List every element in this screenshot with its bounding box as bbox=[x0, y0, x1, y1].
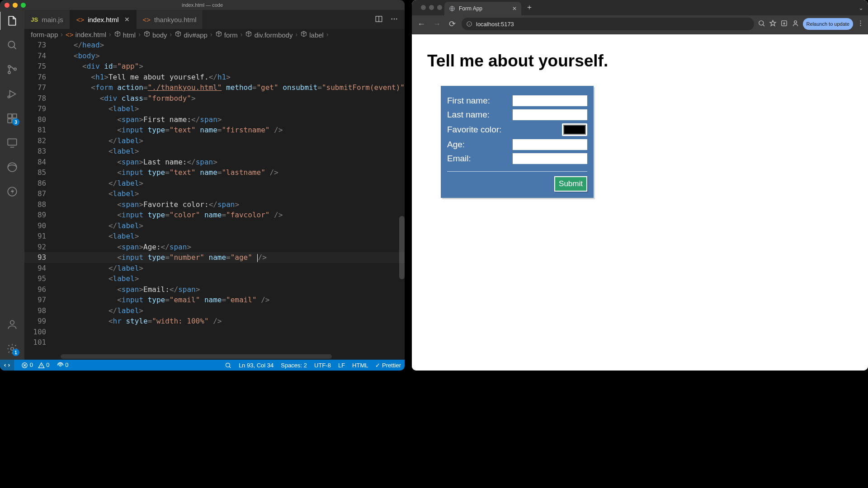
editor-tab-thankyou-html[interactable]: <>thankyou.html bbox=[137, 10, 203, 29]
settings-badge: 1 bbox=[12, 349, 19, 356]
source-control-icon[interactable] bbox=[6, 63, 19, 76]
editor-tab-index-html[interactable]: <>index.html✕ bbox=[70, 10, 137, 29]
svg-point-28 bbox=[860, 25, 861, 26]
activity-bar: 3 1 bbox=[0, 10, 24, 360]
close-window-icon[interactable] bbox=[5, 3, 9, 8]
vertical-scrollbar[interactable] bbox=[399, 216, 405, 279]
settings-gear-icon[interactable]: 1 bbox=[6, 343, 19, 355]
svg-rect-6 bbox=[8, 119, 12, 123]
formatter[interactable]: ✓ Prettier bbox=[375, 362, 401, 369]
bookmark-icon[interactable] bbox=[769, 19, 777, 28]
svg-point-26 bbox=[860, 20, 861, 21]
relaunch-button[interactable]: Relaunch to update bbox=[803, 18, 853, 30]
breadcrumb-item[interactable]: div#app bbox=[175, 30, 208, 39]
svg-rect-9 bbox=[8, 139, 17, 145]
extensions-badge: 3 bbox=[12, 118, 19, 126]
color-input[interactable] bbox=[562, 123, 587, 136]
field-label: Age: bbox=[447, 140, 513, 150]
tab-list-icon[interactable]: ⌄ bbox=[859, 5, 863, 11]
browser-tab[interactable]: Form App ✕ bbox=[444, 2, 521, 15]
split-editor-icon[interactable] bbox=[375, 15, 383, 24]
email-input[interactable] bbox=[513, 153, 587, 164]
breadcrumb-item[interactable]: form bbox=[215, 30, 238, 39]
svg-point-23 bbox=[759, 21, 763, 25]
address-bar[interactable]: localhost:5173 bbox=[462, 18, 754, 30]
firstname-input[interactable] bbox=[513, 95, 587, 106]
form-row-lastname: Last name: bbox=[447, 109, 587, 120]
eol[interactable]: LF bbox=[338, 362, 345, 369]
js-file-icon: JS bbox=[31, 16, 38, 23]
breadcrumb-item[interactable]: <> index.html bbox=[66, 31, 106, 38]
tab-close-icon[interactable]: ✕ bbox=[512, 5, 517, 12]
accounts-icon[interactable] bbox=[6, 318, 19, 331]
page-heading: Tell me about yourself. bbox=[427, 52, 853, 70]
lastname-input[interactable] bbox=[513, 109, 587, 120]
edge-icon[interactable] bbox=[6, 161, 19, 174]
thunder-client-icon[interactable] bbox=[6, 185, 19, 198]
remote-indicator[interactable] bbox=[0, 360, 14, 371]
reload-button[interactable]: ⟳ bbox=[446, 19, 458, 29]
close-window-icon[interactable] bbox=[421, 5, 426, 10]
tab-close-icon[interactable]: ✕ bbox=[124, 16, 130, 23]
run-debug-icon[interactable] bbox=[6, 88, 19, 100]
symbol-icon bbox=[245, 30, 252, 38]
form-divider bbox=[447, 171, 587, 172]
globe-icon bbox=[449, 5, 455, 12]
zoom-icon[interactable] bbox=[758, 19, 765, 28]
field-label: Last name: bbox=[447, 110, 513, 120]
extensions-icon[interactable]: 3 bbox=[6, 112, 19, 125]
field-label: Favorite color: bbox=[447, 125, 562, 135]
breadcrumb-item[interactable]: html bbox=[114, 30, 136, 39]
field-label: First name: bbox=[447, 96, 513, 106]
form-row-favcolor: Favorite color: bbox=[447, 123, 587, 136]
code-editor[interactable]: 7374757677787980818283848586878889909192… bbox=[24, 40, 405, 360]
svg-point-16 bbox=[394, 18, 395, 19]
zoom-window-icon[interactable] bbox=[437, 5, 442, 10]
editor-tab-main-js[interactable]: JSmain.js bbox=[24, 10, 70, 29]
submit-button[interactable]: Submit bbox=[554, 176, 587, 192]
ports-indicator[interactable]: 0 bbox=[57, 361, 69, 369]
breadcrumbs[interactable]: form-app›<> index.html› html› body› div#… bbox=[24, 29, 405, 40]
breadcrumb-item[interactable]: label bbox=[300, 30, 324, 39]
language-mode[interactable]: HTML bbox=[352, 362, 368, 369]
svg-point-27 bbox=[860, 23, 861, 23]
page-content: Tell me about yourself. First name:Last … bbox=[412, 34, 868, 371]
editor-tab-bar: JSmain.js<>index.html✕<>thankyou.html bbox=[24, 10, 405, 29]
forward-button[interactable]: → bbox=[431, 19, 443, 29]
horizontal-scrollbar[interactable] bbox=[61, 354, 332, 359]
svg-rect-8 bbox=[13, 114, 17, 118]
install-app-icon[interactable] bbox=[780, 19, 788, 28]
symbol-icon bbox=[114, 30, 121, 38]
new-tab-button[interactable]: ＋ bbox=[526, 3, 533, 12]
problems-indicator[interactable]: 0 0 bbox=[21, 361, 50, 369]
zoom-window-icon[interactable] bbox=[21, 3, 26, 8]
breadcrumb-item[interactable]: body bbox=[143, 30, 167, 39]
tab-label: thankyou.html bbox=[154, 16, 196, 23]
window-title: index.html — code bbox=[182, 2, 223, 8]
svg-point-25 bbox=[794, 21, 797, 23]
svg-rect-5 bbox=[8, 114, 12, 118]
back-button[interactable]: ← bbox=[415, 19, 427, 29]
breadcrumb-item[interactable]: div.formbody bbox=[245, 30, 292, 39]
indentation[interactable]: Spaces: 2 bbox=[281, 362, 307, 369]
profile-icon[interactable] bbox=[792, 19, 799, 28]
svg-point-2 bbox=[8, 71, 10, 74]
search-icon[interactable] bbox=[6, 39, 19, 52]
minimize-window-icon[interactable] bbox=[429, 5, 434, 10]
explorer-icon[interactable] bbox=[6, 14, 19, 27]
chrome-menu-icon[interactable] bbox=[857, 19, 864, 28]
symbol-icon bbox=[175, 30, 182, 38]
encoding[interactable]: UTF-8 bbox=[314, 362, 331, 369]
remote-explorer-icon[interactable] bbox=[6, 136, 19, 149]
site-info-icon[interactable] bbox=[466, 21, 472, 27]
breadcrumb-item[interactable]: form-app bbox=[31, 31, 58, 38]
html-file-icon: <> bbox=[143, 16, 151, 23]
chrome-window: Form App ✕ ＋ ⌄ ← → ⟳ localhost:5173 Rela… bbox=[412, 0, 868, 371]
status-zoom-icon[interactable] bbox=[225, 361, 231, 369]
html-file-icon: <> bbox=[66, 31, 74, 38]
age-input[interactable] bbox=[513, 139, 587, 150]
cursor-position[interactable]: Ln 93, Col 34 bbox=[239, 362, 274, 369]
more-actions-icon[interactable] bbox=[390, 15, 398, 24]
minimize-window-icon[interactable] bbox=[13, 3, 18, 8]
tab-label: main.js bbox=[42, 16, 63, 23]
